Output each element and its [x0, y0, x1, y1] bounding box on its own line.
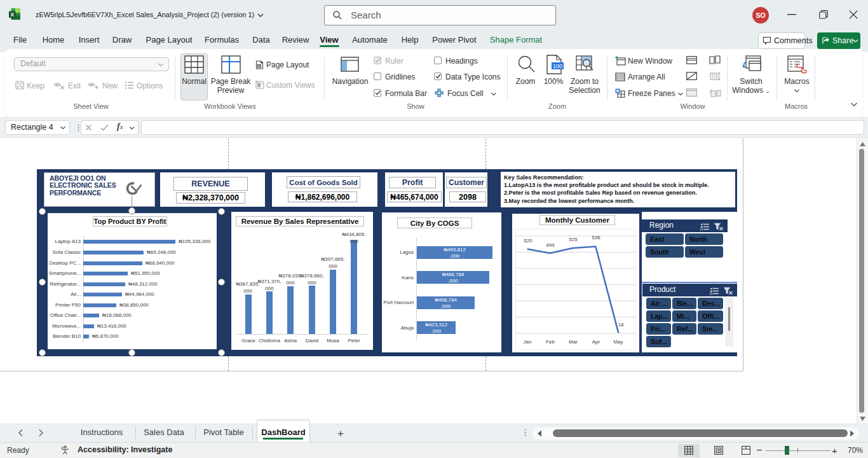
svg-text:100: 100 — [553, 63, 562, 69]
svg-text:X: X — [10, 11, 14, 18]
